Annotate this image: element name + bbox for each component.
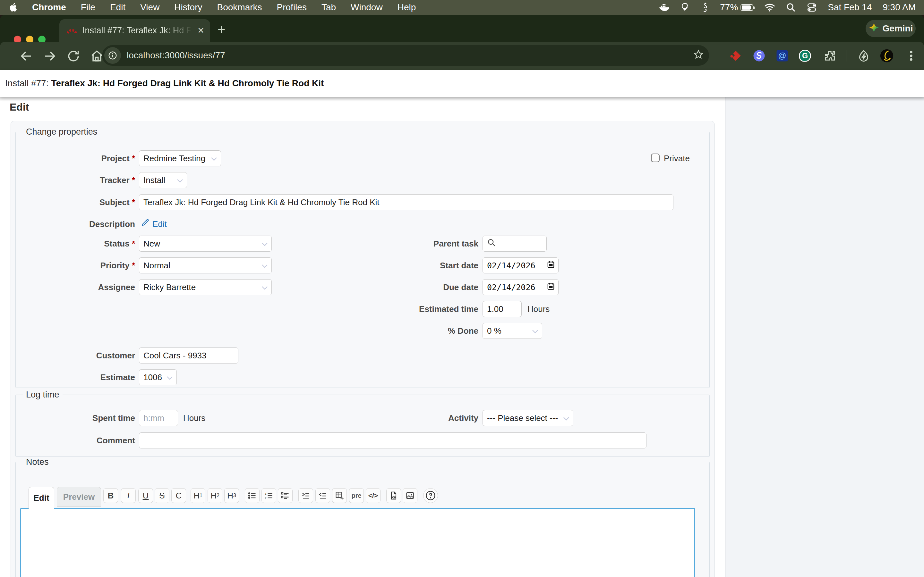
link-document-button[interactable] (386, 488, 401, 503)
apple-icon[interactable] (9, 3, 17, 12)
spent-time-suffix: Hours (183, 410, 205, 426)
bookmark-star-icon[interactable] (693, 49, 704, 62)
extension-icon-s-circle[interactable] (752, 49, 766, 63)
insert-image-button[interactable] (403, 488, 417, 503)
ordered-list-button[interactable]: 12 (262, 488, 276, 503)
extensions-puzzle-icon[interactable] (822, 49, 837, 63)
toolbar-divider (846, 50, 846, 61)
url-text[interactable]: localhost:3000/issues/77 (127, 50, 693, 61)
extension-icon-at-square[interactable]: @ (775, 49, 789, 63)
help-button[interactable] (423, 488, 438, 503)
subject-input[interactable]: Teraflex Jk: Hd Forged Drag Link Kit & H… (139, 194, 674, 210)
spent-time-input[interactable]: h:mm (139, 410, 178, 426)
menu-item-file[interactable]: File (81, 2, 95, 13)
unquote-button[interactable] (315, 488, 330, 503)
menu-item-window[interactable]: Window (351, 2, 383, 13)
menu-item-bookmarks[interactable]: Bookmarks (217, 2, 262, 13)
inline-code-button[interactable]: C (171, 488, 186, 503)
estimated-time-suffix: Hours (527, 301, 549, 317)
browser-tab[interactable]: Install #77: Teraflex Jk: Hd Fo ✕ (59, 19, 210, 42)
change-properties-fieldset: Change properties Project * Redmine Test… (15, 127, 710, 388)
menu-bar-date[interactable]: Sat Feb 14 (828, 2, 872, 13)
parent-task-input[interactable] (483, 235, 547, 251)
menu-item-edit[interactable]: Edit (110, 2, 126, 13)
start-date-label: Start date (357, 258, 478, 274)
insert-table-button[interactable] (332, 488, 347, 503)
assignee-select[interactable]: Ricky Barrette (139, 279, 272, 295)
customer-input[interactable]: Cool Cars - 9933 (139, 348, 238, 364)
reload-icon[interactable] (66, 49, 81, 64)
address-bar[interactable]: localhost:3000/issues/77 (102, 45, 709, 66)
comment-input[interactable] (139, 432, 646, 448)
menu-item-tab[interactable]: Tab (321, 2, 336, 13)
notes-tab-preview[interactable]: Preview (57, 487, 101, 507)
screen: Chrome File Edit View History Bookmarks … (0, 0, 924, 577)
heading3-button[interactable]: H3 (224, 488, 239, 503)
menu-bar-icon-3[interactable] (701, 2, 709, 13)
forward-icon[interactable] (43, 49, 57, 64)
wifi-icon[interactable] (764, 3, 775, 12)
blockquote-button[interactable] (298, 488, 313, 503)
notes-fieldset: Notes Edit Preview B I U S C H1 H2 H3 (15, 457, 710, 577)
percent-done-label: % Done (357, 323, 478, 339)
battery-percent: 77% (720, 2, 738, 13)
italic-button[interactable]: I (121, 488, 136, 503)
control-center-icon[interactable] (806, 3, 817, 12)
strikethrough-button[interactable]: S (155, 488, 170, 503)
menu-item-view[interactable]: View (140, 2, 160, 13)
battery-saver-leaf-icon[interactable] (857, 49, 871, 63)
menu-bar-icon-2[interactable] (680, 2, 690, 13)
heading1-button[interactable]: H1 (191, 488, 205, 503)
private-checkbox[interactable] (651, 153, 660, 162)
spotlight-search-icon[interactable] (786, 3, 796, 12)
search-icon (487, 238, 496, 250)
menu-item-history[interactable]: History (174, 2, 202, 13)
menu-item-help[interactable]: Help (397, 2, 416, 13)
menu-item-profiles[interactable]: Profiles (277, 2, 307, 13)
svg-text:G: G (802, 52, 808, 60)
extension-icon-red[interactable] (729, 49, 743, 63)
activity-select[interactable]: --- Please select --- (483, 410, 573, 426)
priority-label: Priority * (16, 258, 135, 274)
chevron-down-icon (261, 239, 268, 249)
log-time-fieldset: Log time Spent time h:mm Hours Activity … (15, 390, 710, 457)
description-edit-link[interactable]: Edit (141, 217, 167, 231)
calendar-icon[interactable] (547, 282, 555, 292)
status-select[interactable]: New (139, 235, 272, 251)
underline-button[interactable]: U (138, 488, 153, 503)
code-block-button[interactable]: </> (366, 488, 381, 503)
notes-textarea[interactable] (20, 508, 695, 577)
start-date-input[interactable]: 02/14/2026 (483, 258, 559, 274)
definition-list-button[interactable] (278, 488, 292, 503)
estimate-select[interactable]: 1006 (139, 369, 177, 385)
extension-icon-grammarly[interactable]: G (798, 49, 812, 63)
subject-label: Subject * (16, 194, 135, 210)
priority-select[interactable]: Normal (139, 258, 272, 274)
svg-text:1: 1 (265, 492, 266, 495)
docker-icon[interactable] (658, 3, 669, 12)
browser-window: Install #77: Teraflex Jk: Hd Fo ✕ + Gemi… (0, 15, 924, 577)
browser-menu-kebab-icon[interactable] (904, 49, 918, 63)
tab-close-icon[interactable]: ✕ (197, 26, 204, 35)
due-date-input[interactable]: 02/14/2026 (483, 279, 559, 295)
profile-avatar[interactable] (880, 49, 894, 63)
private-label: Private (664, 150, 715, 166)
description-label: Description (16, 217, 135, 231)
menu-app-name[interactable]: Chrome (32, 2, 66, 13)
bold-button[interactable]: B (103, 488, 118, 503)
gemini-button[interactable]: Gemini (866, 20, 916, 37)
chevron-down-icon (210, 153, 218, 163)
preformatted-button[interactable]: pre (349, 488, 364, 503)
new-tab-button[interactable]: + (218, 23, 226, 37)
site-info-icon[interactable] (104, 47, 121, 64)
notes-tab-edit[interactable]: Edit (29, 487, 54, 509)
heading2-button[interactable]: H2 (208, 488, 222, 503)
estimated-time-input[interactable]: 1.00 (483, 301, 522, 317)
comment-label: Comment (16, 432, 135, 448)
tracker-select[interactable]: Install (139, 172, 187, 188)
unordered-list-button[interactable] (245, 488, 260, 503)
back-icon[interactable] (19, 49, 33, 64)
project-select[interactable]: Redmine Testing (139, 150, 221, 166)
calendar-icon[interactable] (547, 260, 555, 271)
percent-done-select[interactable]: 0 % (483, 323, 542, 339)
